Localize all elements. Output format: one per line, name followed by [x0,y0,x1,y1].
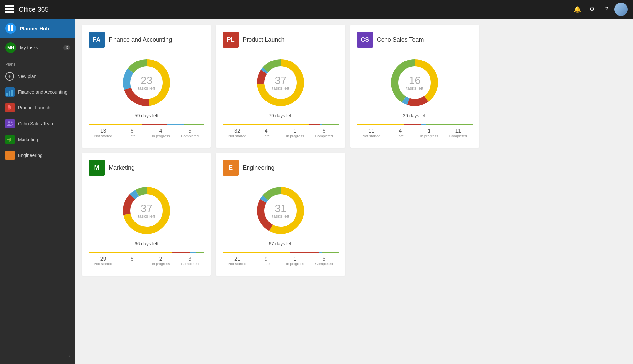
in-progress-lbl-4: In progress [281,262,309,266]
donut-chart-2: 16 tasks left [388,56,441,109]
planner-hub-icon [5,23,16,34]
late-lbl-3: Late [117,262,146,266]
card-title-4: Engineering [243,164,274,171]
bar-in-progress-1 [320,124,322,125]
stat-late-4: 9 Late [252,256,281,266]
app-launcher-button[interactable] [5,5,15,14]
bar-not-started-1 [223,124,309,125]
stat-in-progress-2: 1 In progress [415,128,443,138]
planner-hub-link[interactable]: Planner Hub [0,19,75,38]
svg-rect-5 [9,91,10,96]
completed-lbl-4: Completed [309,262,338,266]
plan-card-fa[interactable]: FA Finance and Accounting 23 tasks left … [82,25,211,148]
sidebar-plan-label-0: Finance and Accounting [18,89,67,95]
in-progress-lbl-3: In progress [147,262,175,266]
tasks-left-label-0: tasks left [138,86,155,91]
stat-in-progress-3: 2 In progress [147,256,175,266]
stat-completed-4: 5 Completed [309,256,338,266]
card-title-0: Finance and Accounting [109,36,172,43]
tasks-left-number-0: 23 [138,75,155,86]
sidebar-plan-label-1: Product Launch [18,105,50,110]
stat-in-progress-0: 4 In progress [147,128,175,138]
plan-icon-4 [5,151,15,160]
card-header-2: CS Coho Sales Team [357,32,473,48]
plan-card-e[interactable]: E Engineering 31 tasks left 67 days left [216,153,345,276]
my-tasks-label: My tasks [20,45,59,50]
in-progress-num-2: 1 [415,128,443,134]
stats-bars-0 [89,124,204,125]
sidebar-item-marketing[interactable]: Marketing [0,132,75,147]
stat-not-started-2: 11 Not started [357,128,386,138]
sidebar-item-engineering[interactable]: Engineering [0,147,75,163]
donut-chart-3: 37 tasks left [120,184,173,237]
tasks-left-label-4: tasks left [272,214,289,219]
completed-num-3: 3 [175,256,204,262]
plan-icon-3 [5,135,15,144]
bar-completed-4 [322,252,339,253]
plan-card-cs[interactable]: CS Coho Sales Team 16 tasks left 39 days… [350,25,479,148]
sidebar-item-coho-sales-team[interactable]: Coho Sales Team [0,116,75,132]
donut-chart-0: 23 tasks left [120,56,173,109]
completed-num-2: 11 [444,128,473,134]
completed-num-4: 5 [309,256,338,262]
in-progress-num-1: 1 [281,128,309,134]
days-left-1: 79 days left [269,113,293,118]
new-plan-button[interactable]: + New plan [0,69,75,84]
sidebar-collapse-button[interactable]: ‹ [0,347,75,364]
sidebar: Planner Hub MH My tasks 3 Plans + New pl… [0,19,75,364]
late-lbl-0: Late [117,134,146,138]
donut-center-4: 31 tasks left [272,203,289,219]
plan-card-pl[interactable]: PL Product Launch 37 tasks left 79 days … [216,25,345,148]
stats-nums-0: 13 Not started 6 Late 4 In progress 5 Co… [89,128,204,138]
days-left-4: 67 days left [269,241,293,246]
not-started-lbl-0: Not started [89,134,117,138]
plan-icon-1 [5,103,15,112]
my-tasks-avatar: MH [5,42,16,53]
stat-completed-1: 6 Completed [309,128,338,138]
sidebar-plan-label-3: Marketing [18,137,38,142]
sidebar-plan-label-4: Engineering [18,153,43,158]
svg-rect-11 [9,140,10,142]
bar-late-2 [404,124,421,125]
stat-late-2: 4 Late [386,128,415,138]
stats-nums-1: 32 Not started 4 Late 1 In progress 6 Co… [223,128,338,138]
sidebar-item-finance-and-accounting[interactable]: Finance and Accounting [0,84,75,100]
late-lbl-2: Late [386,134,415,138]
chevron-left-icon: ‹ [68,353,70,359]
main-content: FA Finance and Accounting 23 tasks left … [75,19,633,364]
svg-rect-6 [11,90,13,96]
help-question-button[interactable]: ? [600,3,613,16]
settings-gear-button[interactable]: ⚙ [585,3,599,16]
new-plan-icon: + [5,72,14,81]
notification-bell-button[interactable]: 🔔 [571,3,584,16]
sidebar-item-product-launch[interactable]: Product Launch [0,100,75,116]
my-tasks-badge: 3 [63,45,70,50]
stat-not-started-4: 21 Not started [223,256,251,266]
tasks-left-number-3: 37 [138,203,155,214]
svg-rect-0 [8,25,10,28]
late-num-4: 9 [252,256,281,262]
sidebar-plan-label-2: Coho Sales Team [18,121,54,126]
late-lbl-4: Late [252,262,281,266]
late-num-2: 4 [386,128,415,134]
app-title: Office 365 [19,6,567,13]
donut-chart-4: 31 tasks left [254,184,307,237]
card-header-0: FA Finance and Accounting [89,32,204,48]
days-left-3: 66 days left [135,241,158,246]
bar-late-3 [172,252,190,253]
bar-in-progress-4 [319,252,322,253]
in-progress-num-3: 2 [147,256,175,262]
topbar-icons: 🔔 ⚙ ? [571,3,628,16]
plan-icon-0 [5,87,15,97]
user-avatar[interactable] [614,3,628,16]
completed-lbl-3: Completed [175,262,204,266]
completed-lbl-0: Completed [175,134,204,138]
plan-card-m[interactable]: M Marketing 37 tasks left 66 days left 2… [82,153,211,276]
card-header-1: PL Product Launch [223,32,338,48]
sidebar-plans-list: Finance and Accounting Product Launch Co… [0,84,75,163]
not-started-num-4: 21 [223,256,251,262]
my-tasks-link[interactable]: MH My tasks 3 [0,38,75,57]
card-abbr-3: M [89,160,105,176]
not-started-lbl-2: Not started [357,134,386,138]
donut-container-0: 23 tasks left 59 days left 13 Not starte… [89,53,204,141]
